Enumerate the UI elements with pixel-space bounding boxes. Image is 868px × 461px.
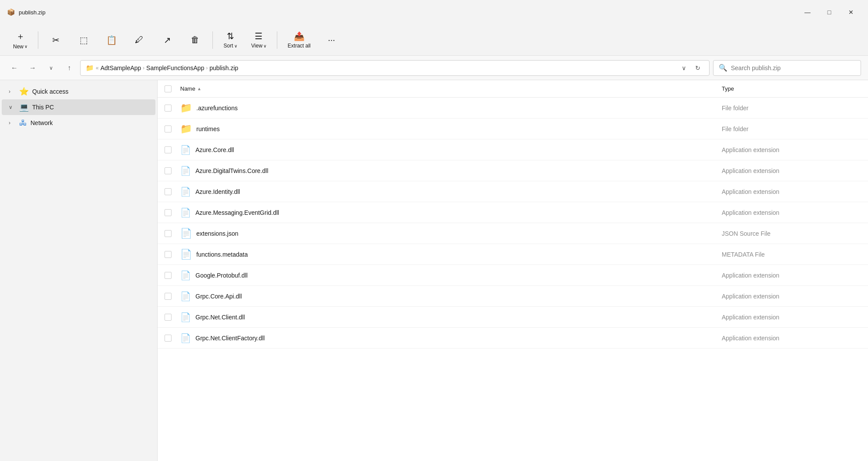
header-type: Type	[722, 85, 861, 92]
row-type-7: METADATA File	[722, 251, 861, 258]
row-checkbox-5[interactable]	[165, 209, 172, 216]
sidebar-item-quick-access[interactable]: › ⭐ Quick access	[2, 84, 155, 99]
view-label: View	[251, 43, 262, 49]
addressbar[interactable]: 📁 « AdtSampleApp › SampleFunctionsApp › …	[80, 60, 710, 76]
breadcrumb-part-1[interactable]: AdtSampleApp	[101, 64, 141, 71]
row-checkbox-2[interactable]	[165, 146, 172, 153]
up-button[interactable]: ↑	[62, 61, 77, 75]
json-icon: 📄	[180, 228, 192, 239]
table-row[interactable]: 📁 runtimes File folder	[158, 119, 868, 139]
row-checkbox-11[interactable]	[165, 335, 172, 342]
row-check-0	[165, 105, 180, 112]
row-type-4: Application extension	[722, 188, 861, 195]
table-row[interactable]: 📄 Grpc.Core.Api.dll Application extensio…	[158, 286, 868, 307]
this-pc-icon: 💻	[19, 102, 29, 112]
table-row[interactable]: 📄 Grpc.Net.Client.dll Application extens…	[158, 307, 868, 328]
quick-access-icon: ⭐	[19, 87, 29, 96]
breadcrumb-part-2[interactable]: SampleFunctionsApp	[146, 64, 204, 71]
file-name: extensions.json	[196, 230, 239, 237]
row-checkbox-6[interactable]	[165, 230, 172, 237]
addressbar-area: ← → ∨ ↑ 📁 « AdtSampleApp › SampleFunctio…	[0, 56, 868, 80]
path-chevron-1: ›	[143, 65, 145, 71]
table-row[interactable]: 📄 functions.metadata METADATA File	[158, 244, 868, 265]
breadcrumb-part-3[interactable]: publish.zip	[209, 64, 238, 71]
header-check	[165, 85, 180, 92]
rename-icon: 🖊	[135, 35, 144, 45]
path-chevron-2: ›	[206, 65, 208, 71]
row-check-10	[165, 314, 180, 321]
close-button[interactable]: ✕	[841, 5, 861, 19]
table-row[interactable]: 📄 Azure.DigitalTwins.Core.dll Applicatio…	[158, 160, 868, 181]
extract-label: Extract all	[288, 43, 311, 49]
forward-button[interactable]: →	[25, 61, 40, 75]
sidebar: › ⭐ Quick access ∨ 💻 This PC › 🖧 Network	[0, 80, 158, 461]
cut-button[interactable]: ✂	[43, 28, 69, 52]
table-row[interactable]: 📄 Azure.Identity.dll Application extensi…	[158, 181, 868, 202]
row-checkbox-9[interactable]	[165, 293, 172, 300]
row-checkbox-10[interactable]	[165, 314, 172, 321]
content-area: Name ▲ Type 📁 .azurefunctions File folde…	[158, 80, 868, 461]
titlebar: 📦 publish.zip — □ ✕	[0, 0, 868, 24]
main-layout: › ⭐ Quick access ∨ 💻 This PC › 🖧 Network…	[0, 80, 868, 461]
row-check-3	[165, 167, 180, 174]
row-name-8: 📄 Google.Protobuf.dll	[180, 270, 722, 281]
row-checkbox-7[interactable]	[165, 251, 172, 258]
row-name-0: 📁 .azurefunctions	[180, 102, 722, 114]
row-check-1	[165, 125, 180, 132]
row-checkbox-8[interactable]	[165, 272, 172, 279]
cut-icon: ✂	[52, 35, 60, 45]
path-sep-start: «	[96, 65, 99, 71]
dropdown-button[interactable]: ∨	[44, 61, 58, 75]
rename-button[interactable]: 🖊	[126, 28, 152, 52]
row-check-7	[165, 251, 180, 258]
row-name-11: 📄 Grpc.Net.ClientFactory.dll	[180, 333, 722, 343]
row-name-6: 📄 extensions.json	[180, 228, 722, 239]
table-row[interactable]: 📁 .azurefunctions File folder	[158, 98, 868, 119]
back-button[interactable]: ←	[7, 61, 22, 75]
row-checkbox-3[interactable]	[165, 167, 172, 174]
sidebar-item-this-pc[interactable]: ∨ 💻 This PC	[2, 99, 155, 115]
new-button[interactable]: ＋ New ∨	[7, 28, 34, 52]
refresh-button[interactable]: ↻	[692, 62, 704, 74]
file-name: Grpc.Net.Client.dll	[195, 314, 245, 321]
app-icon: 📦	[7, 8, 15, 16]
toolbar-separator-2	[212, 31, 213, 49]
sort-button[interactable]: ⇅ Sort ∨	[217, 28, 243, 52]
share-button[interactable]: ↗	[154, 28, 180, 52]
search-input[interactable]	[731, 64, 855, 71]
network-label: Network	[30, 119, 53, 126]
dll-icon: 📄	[180, 333, 191, 343]
table-row[interactable]: 📄 Google.Protobuf.dll Application extens…	[158, 265, 868, 286]
row-checkbox-0[interactable]	[165, 105, 172, 112]
col-header-type[interactable]: Type	[722, 85, 861, 92]
row-checkbox-4[interactable]	[165, 188, 172, 195]
more-button[interactable]: ···	[319, 28, 345, 52]
extract-all-button[interactable]: 📤 Extract all	[282, 28, 317, 52]
table-row[interactable]: 📄 Grpc.Net.ClientFactory.dll Application…	[158, 328, 868, 349]
select-all-checkbox[interactable]	[165, 85, 172, 92]
table-row[interactable]: 📄 Azure.Core.dll Application extension	[158, 139, 868, 160]
table-row[interactable]: 📄 extensions.json JSON Source File	[158, 223, 868, 244]
search-icon: 🔍	[719, 64, 727, 72]
delete-button[interactable]: 🗑	[182, 28, 208, 52]
view-button[interactable]: ☰ View ∨	[245, 28, 273, 52]
share-icon: ↗	[164, 35, 171, 45]
row-type-0: File folder	[722, 105, 861, 112]
sort-icon: ⇅	[227, 31, 234, 41]
col-type-label: Type	[722, 85, 734, 92]
maximize-button[interactable]: □	[819, 5, 839, 19]
sort-chevron-icon: ∨	[234, 44, 237, 48]
row-check-6	[165, 230, 180, 237]
col-header-name[interactable]: Name ▲	[180, 85, 722, 92]
toolbar: ＋ New ∨ ✂ ⬚ 📋 🖊 ↗ 🗑 ⇅ Sort ∨ ☰ View ∨	[0, 24, 868, 56]
sort-label: Sort	[224, 43, 233, 49]
minimize-button[interactable]: —	[797, 5, 818, 19]
row-checkbox-1[interactable]	[165, 125, 172, 132]
copy-button[interactable]: ⬚	[71, 28, 97, 52]
table-row[interactable]: 📄 Azure.Messaging.EventGrid.dll Applicat…	[158, 202, 868, 223]
search-bar[interactable]: 🔍	[713, 60, 861, 76]
row-check-5	[165, 209, 180, 216]
sidebar-item-network[interactable]: › 🖧 Network	[2, 115, 155, 131]
paste-button[interactable]: 📋	[98, 28, 124, 52]
expand-path-button[interactable]: ∨	[678, 62, 690, 74]
